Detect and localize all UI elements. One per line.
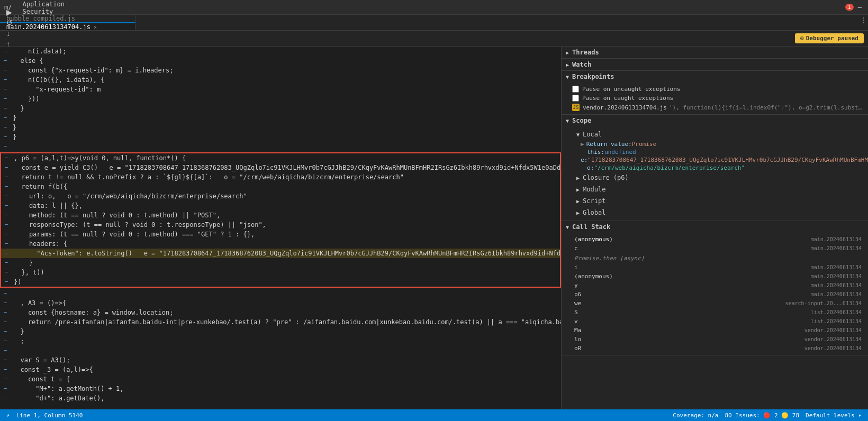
step_into-button[interactable]: ↓ (4, 28, 12, 39)
call-stack-item[interactable]: cmain.20240613134 (572, 244, 864, 253)
call-stack-item[interactable]: oRvendor.20240613134 (572, 344, 864, 353)
line-code: }, t)) (12, 268, 560, 277)
line-code: return /pre-aifanfan|aifanfan.baidu-int|… (11, 317, 561, 327)
resume-button[interactable]: ▶ (4, 7, 14, 17)
section-header-call_stack[interactable]: ▼Call Stack (562, 221, 868, 233)
call-stack-item[interactable]: wesearch-input.20...613134 (572, 299, 864, 308)
call-stack-item[interactable]: Mavendor.20240613134 (572, 326, 864, 335)
tab-menu-icon[interactable]: ⋮ (859, 15, 868, 30)
line-code: } (11, 123, 561, 132)
line-gutter: − (0, 94, 11, 104)
debug-status-icon: ⚡ (6, 412, 10, 419)
call-stack-item[interactable]: Slist.20240613134 (572, 308, 864, 317)
code-line: − responseType: (t == null ? void 0 : t.… (1, 220, 560, 230)
line-gutter: − (0, 132, 11, 142)
line-gutter: − (1, 230, 12, 239)
breakpoint-option: Pause on caught exceptions (572, 94, 864, 103)
bp-checkbox[interactable] (572, 95, 579, 102)
window-close-btn[interactable]: — (858, 4, 862, 11)
line-gutter: − (0, 384, 11, 393)
line-code: headers: { (12, 239, 560, 249)
line-gutter: − (0, 142, 11, 151)
call-stack-async-label: Promise.then (async) (572, 253, 864, 263)
section-arrow-threads: ▶ (566, 50, 569, 56)
scope-item: o: "/crm/web/aiqicha/bizcrm/enterprise/s… (572, 164, 864, 172)
call-stack-item[interactable]: vlist.20240613134 (572, 317, 864, 326)
code-line: −} (0, 132, 561, 142)
menu-tab-security[interactable]: Security (16, 8, 113, 15)
file-tab-main[interactable]: main.20240613134704.js× (0, 22, 135, 31)
debugger-status-text: Debugger paused (806, 35, 858, 42)
line-code: return f(b({ (12, 182, 560, 191)
code-line: −, p6 = (a,l,t)=>y(void 0, null, functio… (1, 153, 560, 163)
file-tab-bubble[interactable]: bubble_compiled.js (0, 15, 135, 22)
line-code: "x-request-id": m (11, 85, 561, 94)
status-bar: ⚡ Line 1, Column 5140 Coverage: n/a 80 I… (0, 409, 868, 421)
section-header-threads[interactable]: ▶Threads (562, 47, 868, 58)
section-header-watch[interactable]: ▶Watch (562, 59, 868, 70)
file-icon: JS (572, 104, 580, 111)
right-panel: ▶Threads▶Watch▼BreakpointsPause on uncau… (561, 47, 868, 409)
line-gutter: − (1, 182, 12, 191)
debug-section-watch: ▶Watch (562, 59, 868, 71)
line-gutter: − (1, 277, 12, 287)
call-stack-item[interactable]: imain.20240613134 (572, 263, 864, 272)
line-code (11, 142, 561, 151)
line-code (11, 289, 561, 298)
default-levels-btn[interactable]: Default levels ▾ (806, 412, 862, 419)
code-line: − } (0, 104, 561, 113)
call-stack-item[interactable]: ymain.20240613134 (572, 281, 864, 290)
section-content-scope: ▼Local▶ Return value: Promisethis: undef… (562, 126, 868, 221)
line-code: }) (12, 277, 560, 287)
scope-subsection-Local[interactable]: ▼Local (572, 129, 864, 140)
section-content-breakpoints: Pause on uncaught exceptionsPause on cau… (562, 83, 868, 114)
menu-tab-application[interactable]: Application (16, 1, 113, 8)
line-code: "M+": a.getMonth() + 1, (11, 384, 561, 393)
line-gutter: − (0, 113, 11, 123)
code-line: − return f(b({ (1, 182, 560, 191)
section-header-breakpoints[interactable]: ▼Breakpoints (562, 71, 868, 83)
call-stack-item[interactable]: p6main.20240613134 (572, 290, 864, 299)
debugger-toolbar: ▶↺↓↑→⊘ ⊙ Debugger paused (0, 31, 868, 47)
scope-subsection-Global[interactable]: ▶Global (572, 207, 864, 218)
bp-checkbox[interactable] (572, 86, 579, 93)
call-stack-item[interactable]: lovendor.20240613134 (572, 335, 864, 344)
scope-subsection-Module[interactable]: ▶Module (572, 184, 864, 195)
section-header-scope[interactable]: ▼Scope (562, 115, 868, 126)
code-line: − params: (t == null ? void 0 : t.method… (1, 230, 560, 239)
bp-file-line-preview: '), function(l){if(i=l.indexOf(":"), o=g… (669, 104, 864, 111)
step_over-button[interactable]: ↺ (4, 17, 15, 28)
line-gutter: − (1, 249, 12, 258)
line-gutter: − (0, 85, 11, 94)
code-line: − } (0, 327, 561, 336)
debug-section-scope: ▼Scope▼Local▶ Return value: Promisethis:… (562, 115, 868, 221)
bp-file-name: vendor.20240613134704.js (583, 104, 667, 111)
line-gutter: − (1, 153, 12, 163)
code-line: − var S = A3(); (0, 355, 561, 365)
code-panel[interactable]: − n(i.data);− else {− const {"x-request-… (0, 47, 561, 409)
code-line: − const e = yield C3() e = "171828370864… (1, 163, 560, 172)
close-tab-main[interactable]: × (94, 24, 97, 30)
code-line: − "Acs-Token": e.toString() e = "1718283… (1, 249, 560, 258)
code-line: − const {"x-request-id": m} = i.headers; (0, 66, 561, 75)
line-gutter: − (0, 393, 11, 403)
line-code: const {hostname: a} = window.location; (11, 308, 561, 317)
line-gutter: − (0, 317, 11, 327)
code-line: − } (1, 258, 560, 268)
line-code: n(i.data); (11, 47, 561, 56)
code-line: − n(i.data); (0, 47, 561, 56)
line-code: "Acs-Token": e.toString() e = "171828370… (12, 249, 561, 258)
code-line: − "d+": a.getDate(), (0, 393, 561, 403)
line-gutter: − (0, 47, 11, 56)
section-label-call_stack: Call Stack (572, 223, 610, 231)
call-stack-item[interactable]: (anonymous)main.20240613134 (572, 235, 864, 244)
scope-subsection-Closure-(p6)[interactable]: ▶Closure (p6) (572, 172, 864, 184)
file-tabs: bubble_compiled.jsmain.20240613134704.js… (0, 15, 868, 31)
breakpoint-option: Pause on uncaught exceptions (572, 85, 864, 94)
line-code: const _3 = (a,l)=>{ (11, 365, 561, 374)
code-line: − return t != null && t.noPrefix ? a : `… (1, 172, 560, 182)
line-code: } (11, 104, 561, 113)
call-stack-item[interactable]: (anonymous)main.20240613134 (572, 272, 864, 281)
scope-subsection-Script[interactable]: ▶Script (572, 195, 864, 207)
scope-item: e: "1718283708647_1718368762083_UQgZqlo7… (572, 156, 864, 164)
